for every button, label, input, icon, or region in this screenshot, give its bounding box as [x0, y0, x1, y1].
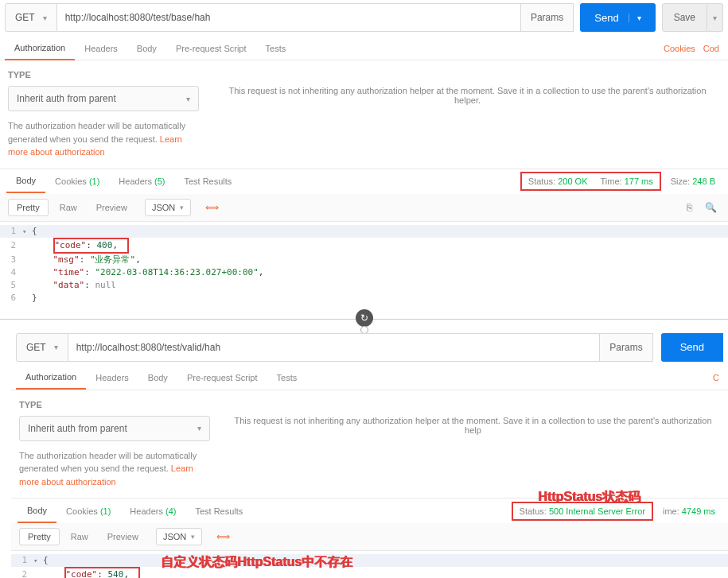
rtab-cookies[interactable]: Cookies (1): [56, 500, 120, 522]
size-block: Size: 248 B: [664, 177, 722, 186]
params-button[interactable]: Params: [600, 333, 652, 362]
request-panel-bottom: GET▾ Params Send Authorization Headers B…: [0, 333, 728, 579]
raw-button[interactable]: Raw: [63, 529, 96, 545]
auth-type-label: TYPE: [8, 70, 199, 80]
authorization-panel: TYPE Inherit auth from parent▾ The autho…: [11, 390, 728, 498]
tab-tests[interactable]: Tests: [267, 367, 307, 389]
separator: ↻: [0, 308, 728, 330]
format-select[interactable]: JSON▾: [145, 199, 191, 216]
body-controls: Pretty Raw Preview JSON▾ ⟺ ⎘🔍: [0, 194, 728, 222]
status-value: 500 Internal Server Error: [549, 506, 645, 516]
rtab-body[interactable]: Body: [6, 169, 45, 193]
body-controls: Pretty Raw Preview JSON▾ ⟺: [11, 523, 728, 551]
chevron-down-icon: ▾: [191, 533, 195, 541]
chevron-down-icon[interactable]: ▾: [629, 14, 641, 22]
code-link[interactable]: C: [709, 373, 723, 382]
save-dropdown-toggle[interactable]: ▾: [707, 3, 723, 32]
request-tabs: Authorization Headers Body Pre-request S…: [0, 37, 728, 60]
auth-type-select[interactable]: Inherit auth from parent▾: [8, 86, 199, 111]
rtab-tests[interactable]: Test Results: [185, 500, 252, 522]
method-select[interactable]: GET▾: [5, 3, 57, 32]
chevron-down-icon: ▾: [54, 343, 58, 351]
save-button[interactable]: Save: [662, 3, 707, 32]
response-tabs: Body Cookies (1) Headers (5) Test Result…: [0, 169, 728, 194]
tab-body[interactable]: Body: [127, 37, 166, 60]
tab-tests[interactable]: Tests: [256, 37, 296, 60]
tab-headers[interactable]: Headers: [75, 37, 127, 60]
wrap-lines-icon[interactable]: ⟺: [200, 199, 224, 216]
annotation-custom: 自定义状态码HttpStatus中不存在: [161, 554, 352, 571]
request-bar: GET▾ Params Send: [16, 333, 723, 362]
auth-description: The authorization header will be automat…: [8, 119, 199, 159]
auth-description: The authorization header will be automat…: [19, 449, 210, 489]
tab-authorization[interactable]: Authorization: [16, 366, 86, 390]
copy-icon[interactable]: ⎘: [683, 200, 695, 215]
refresh-icon: ↻: [356, 309, 373, 327]
time-block: ime: 4749 ms: [656, 506, 722, 516]
preview-button[interactable]: Preview: [88, 200, 135, 215]
wrap-lines-icon[interactable]: ⟺: [212, 528, 235, 545]
tab-body[interactable]: Body: [138, 367, 177, 389]
annotation-httpstatus: HttpStatus状态码: [538, 489, 640, 506]
time-value: 177 ms: [625, 177, 653, 186]
request-panel-top: GET▾ Params Send▾ Save ▾ Authorization H…: [0, 3, 728, 308]
auth-message: This request is not inheriting any autho…: [218, 390, 728, 498]
search-icon[interactable]: 🔍: [702, 200, 720, 215]
rtab-tests[interactable]: Test Results: [174, 170, 241, 192]
tab-prerequest[interactable]: Pre-request Script: [177, 367, 267, 389]
time-value: 4749 ms: [682, 506, 715, 516]
rtab-body[interactable]: Body: [18, 499, 56, 523]
raw-button[interactable]: Raw: [52, 200, 85, 215]
pretty-button[interactable]: Pretty: [19, 528, 60, 545]
authorization-panel: TYPE Inherit auth from parent▾ The autho…: [0, 60, 728, 169]
rtab-headers[interactable]: Headers (5): [109, 170, 174, 192]
chevron-down-icon: ▾: [197, 424, 201, 433]
auth-message: This request is not inheriting any autho…: [207, 60, 728, 169]
tab-authorization[interactable]: Authorization: [5, 37, 75, 60]
tab-headers[interactable]: Headers: [86, 367, 138, 389]
method-select[interactable]: GET▾: [16, 333, 68, 362]
chevron-down-icon: ▾: [43, 14, 47, 22]
preview-button[interactable]: Preview: [99, 529, 146, 545]
params-button[interactable]: Params: [521, 3, 574, 32]
code-highlight-box: "code": 540,: [64, 567, 141, 578]
auth-type-select[interactable]: Inherit auth from parent▾: [19, 416, 210, 441]
url-input[interactable]: [68, 333, 601, 362]
response-body: 1▾{ 2 "code": 400, 3 "msg": "业务异常", 4 "t…: [0, 222, 728, 308]
code-highlight-box: "code": 400,: [53, 238, 130, 254]
auth-type-label: TYPE: [19, 400, 210, 409]
format-select[interactable]: JSON▾: [156, 528, 202, 545]
rtab-cookies[interactable]: Cookies (1): [45, 170, 109, 192]
send-button[interactable]: Send▾: [580, 3, 655, 32]
rtab-headers[interactable]: Headers (4): [120, 500, 185, 522]
pretty-button[interactable]: Pretty: [8, 199, 49, 216]
status-block: Status: 200 OK Time: 177 ms: [520, 172, 661, 191]
tab-prerequest[interactable]: Pre-request Script: [166, 37, 256, 60]
request-bar: GET▾ Params Send▾ Save ▾: [5, 3, 723, 32]
status-value: 200 OK: [558, 177, 587, 186]
code-link[interactable]: Cod: [699, 44, 723, 53]
cookies-link[interactable]: Cookies: [660, 44, 699, 53]
url-input[interactable]: [57, 3, 521, 32]
size-value: 248 B: [692, 177, 715, 186]
chevron-down-icon: ▾: [186, 95, 190, 103]
response-body: 自定义状态码HttpStatus中不存在 1▾{ 2 "code": 540, …: [11, 551, 728, 578]
send-button[interactable]: Send: [661, 333, 723, 362]
chevron-down-icon: ▾: [180, 204, 184, 211]
request-tabs: Authorization Headers Body Pre-request S…: [11, 367, 728, 390]
